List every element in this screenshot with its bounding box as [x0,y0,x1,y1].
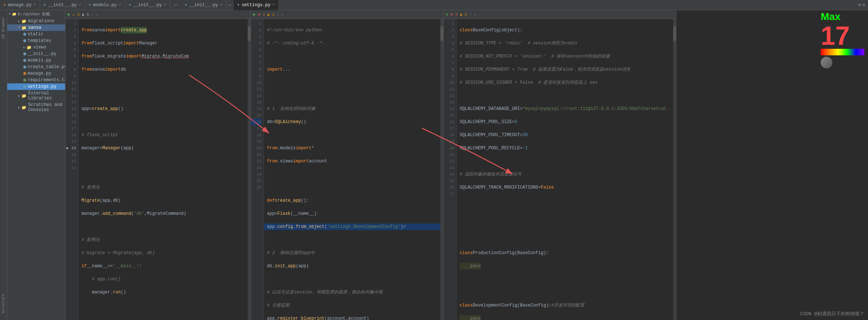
project-icon: 📁 [12,12,16,16]
error-icon: ▲ 1 [82,12,89,17]
main-layout: DB Browser Structure ▼ 📁 E:/python 全栈 ▶ … [0,10,868,320]
tab-overflow-2[interactable]: ⋯ [226,2,233,8]
sidebar-item-create-table[interactable]: create_table.py [7,64,65,70]
csdn-watermark: CSDN @初遇我日子的热情呢？ [800,311,864,317]
sidebar-item-external-libs[interactable]: ▶ 📁 External Libraries [7,90,65,102]
chevron-icon: ▶ [18,94,20,98]
side-labels: DB Browser Structure [0,10,7,320]
max-counter-overlay: Max 17 [821,11,864,70]
sidebar-item-models[interactable]: models.py [7,57,65,64]
avatar [821,57,832,68]
chevron-icon: ▶ [18,106,20,110]
split-icon[interactable]: ⊞ [859,2,861,8]
counter-number: 17 [821,23,864,49]
file-dot-icon [23,79,26,82]
settings-icon[interactable]: ⚙ [863,2,865,8]
close-tab-5[interactable]: × [273,3,275,7]
close-tab-4[interactable]: × [220,3,222,7]
close-tab-0[interactable]: × [34,3,36,7]
chevron-icon: ▶ [18,19,20,23]
warning-icon: ⚠ 2 [72,12,80,17]
nav-down-icon[interactable]: ↓ [474,12,476,17]
panel3-content[interactable]: 1 2 3 4 5 6 7 8 9 10 11 12 13 14 15 16 1 [444,19,676,320]
nav-up-icon[interactable]: ↑ [469,12,472,17]
folder-icon: 📁 [21,25,27,30]
sidebar-item-scratches[interactable]: ▶ 📁 Scratches and Consoles [7,102,65,113]
sidebar-item-manage[interactable]: manage.py [7,70,65,77]
sidebar-item-sansa[interactable]: ▼ 📁 sansa [7,24,65,31]
panel2-line-numbers: 1 2 3 4 5 6 7 8 9 10 11 12 13 14 15 16 1 [251,19,264,320]
run-icon[interactable]: ▶ [68,12,70,17]
file-dot-icon [23,72,26,75]
tab-init-py-3[interactable]: ● __init__.py × [181,0,226,10]
tab-manage-py[interactable]: ● manage.py × [0,0,40,10]
nav-up-icon[interactable]: ↑ [91,12,94,17]
close-tab-1[interactable]: × [79,3,81,7]
panel1-header: ▶ ⚠ 2 ▲ 1 ↑ ↓ [65,10,251,19]
panel2-header: ▶ ● 2 ▲ 1 ↑ ↓ [251,10,443,19]
panel-manage-py: ▶ ⚠ 2 ▲ 1 ↑ ↓ 1 2 3 4 5 6 7 8 9 10 [65,10,251,320]
db-browser-label[interactable]: DB Browser [1,17,5,39]
file-dot-icon [23,85,26,88]
file-dot-icon [23,66,26,68]
close-tab-3[interactable]: × [164,3,166,7]
warning-badge: ▲ 1 [267,12,275,17]
warning-badge: ● 2 [451,12,458,17]
sidebar-item-views[interactable]: ▶ 📁 views [7,44,65,51]
panel-init-py: ▶ ● 2 ▲ 1 ↑ ↓ 1 2 3 4 5 6 7 8 9 10 [251,10,444,320]
nav-up-icon[interactable]: ↑ [277,12,279,17]
structure-label[interactable]: Structure [1,294,5,313]
folder-icon: 📁 [21,19,27,24]
panel3-code[interactable]: class BaseConfig(object): # SESSION_TYPE… [457,19,673,320]
editor-wrapper: ▶ ⚠ 2 ▲ 1 ↑ ↓ 1 2 3 4 5 6 7 8 9 10 [65,10,868,320]
sidebar: ▼ 📁 E:/python 全栈 ▶ 📁 migrations ▼ 📁 sans… [7,10,65,320]
sidebar-item-static[interactable]: static [7,31,65,37]
panel2-content[interactable]: 1 2 3 4 5 6 7 8 9 10 11 12 13 14 15 16 1 [251,19,443,320]
file-dot-icon [23,39,26,42]
sidebar-project-root[interactable]: ▼ 📁 E:/python 全栈 [7,10,65,18]
tab-init-py-2[interactable]: ● __init__.py × [125,0,170,10]
panel3-header: ⊕ ● 2 ▲ 1 ↑ ↓ [444,10,676,19]
file-dot-icon [23,33,26,36]
file-dot-icon [23,52,26,55]
panel2-code[interactable]: #!/usr/bin/env python # -*- coding:utf-8… [264,19,440,320]
tab-settings-py[interactable]: ● settings.py × [233,0,279,10]
chevron-icon: ▼ [9,12,11,16]
panel-settings-py: ⊕ ● 2 ▲ 1 ↑ ↓ 1 2 3 4 5 6 7 8 9 10 [444,10,676,320]
folder-icon: 📁 [21,105,27,110]
panel3-scrollbar[interactable] [673,19,676,320]
sidebar-item-init[interactable]: __init__.py [7,51,65,57]
tab-overflow[interactable]: ⋯ [170,2,181,8]
panel2-scrollbar[interactable] [440,19,443,320]
chevron-icon: ▶ [23,46,25,50]
panel1-line-numbers: 1 2 3 4 5 6 7 8 9 10 11 12 13 14 15 16 1 [65,19,79,320]
file-dot-icon [23,59,26,62]
panel1-content[interactable]: 1 2 3 4 5 6 7 8 9 10 11 12 13 14 15 16 1 [65,19,251,320]
sidebar-item-settings[interactable]: settings.py [7,83,65,90]
folder-icon: 📁 [21,94,27,98]
project-label: E:/python 全栈 [18,11,50,17]
sidebar-item-migrations[interactable]: ▶ 📁 migrations [7,18,65,24]
panel3-line-numbers: 1 2 3 4 5 6 7 8 9 10 11 12 13 14 15 16 1 [444,19,457,320]
panel1-code[interactable]: from sansa import create_app from flask_… [79,19,248,320]
arrow-badge: ▲ 1 [460,12,467,17]
panel1-scrollbar[interactable] [248,19,251,320]
connection-icon: ⊕ [446,12,448,17]
run-icon[interactable]: ▶ [253,12,256,17]
nav-down-icon[interactable]: ↓ [96,12,98,17]
close-tab-2[interactable]: × [119,3,121,7]
sidebar-item-templates[interactable]: templates [7,37,65,44]
chevron-icon: ▼ [18,26,20,29]
tab-controls: ⊞ ⚙ [856,2,868,8]
tab-init-py-1[interactable]: ● __init__.py × [40,0,85,10]
nav-down-icon[interactable]: ↓ [281,12,284,17]
folder-icon: 📁 [27,45,32,50]
error-badge: ● 2 [258,12,265,17]
tab-bar: ● manage.py × ● __init__.py × ● models.p… [0,0,868,10]
tab-models-py[interactable]: ● models.py × [85,0,125,10]
sidebar-item-requirements[interactable]: requirements.txt [7,77,65,83]
